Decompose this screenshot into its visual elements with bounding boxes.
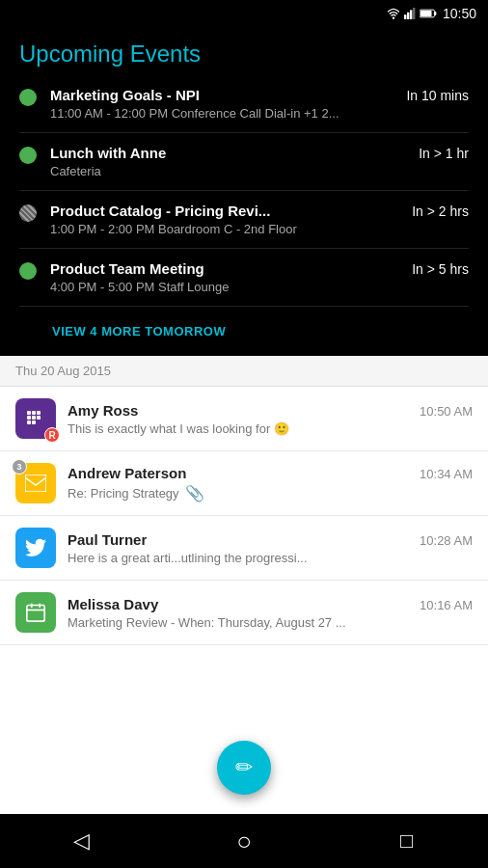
- attachment-icon: 📎: [185, 484, 204, 502]
- message-preview: This is exactly what I was looking for 🙂: [68, 421, 395, 436]
- event-content: Product Catalog - Pricing Revi... In > 2…: [50, 203, 469, 236]
- event-detail: 11:00 AM - 12:00 PM Conference Call Dial…: [50, 106, 469, 121]
- message-timestamp: 10:28 AM: [420, 533, 473, 548]
- svg-rect-15: [32, 420, 36, 424]
- event-time-label: In 10 mins: [406, 88, 469, 103]
- message-item[interactable]: Paul Turner 10:28 AM Here is a great art…: [0, 516, 488, 581]
- navigation-bar: ◁ ○ □: [0, 814, 488, 868]
- back-button[interactable]: ◁: [52, 822, 110, 860]
- event-title: Product Team Meeting: [50, 260, 404, 277]
- event-dot: [19, 147, 37, 164]
- message-body: Melissa Davy 10:16 AM Marketing Review -…: [68, 596, 473, 630]
- svg-rect-1: [404, 14, 406, 19]
- unread-badge: R: [44, 427, 60, 443]
- message-avatar-bb: R: [15, 398, 56, 439]
- event-detail: Cafeteria: [50, 164, 469, 178]
- message-header: Andrew Paterson 10:34 AM: [68, 465, 473, 481]
- message-timestamp: 10:50 AM: [420, 404, 473, 419]
- message-preview-row: Re: Pricing Strategy 📎: [68, 484, 473, 502]
- event-title: Lunch with Anne: [50, 145, 411, 161]
- message-timestamp: 10:16 AM: [420, 598, 473, 612]
- battery-icon: [420, 8, 437, 19]
- svg-rect-14: [27, 420, 31, 424]
- message-preview: Here is a great arti...utlining the prog…: [68, 551, 395, 565]
- status-icons: [387, 8, 437, 19]
- message-sender: Andrew Paterson: [68, 465, 186, 481]
- status-bar: 10:50: [0, 0, 488, 27]
- message-header: Amy Ross 10:50 AM: [68, 402, 473, 419]
- back-icon: ◁: [73, 828, 90, 854]
- message-sender: Paul Turner: [68, 531, 147, 548]
- svg-rect-3: [410, 10, 412, 19]
- message-preview: Re: Pricing Strategy: [68, 486, 179, 501]
- home-icon: ○: [236, 827, 252, 856]
- event-dot: [19, 89, 37, 106]
- event-content: Marketing Goals - NPI In 10 mins 11:00 A…: [50, 87, 469, 121]
- compose-icon: ✏: [235, 755, 253, 780]
- svg-rect-6: [434, 12, 436, 15]
- event-item[interactable]: Product Catalog - Pricing Revi... In > 2…: [19, 191, 469, 249]
- svg-rect-16: [25, 475, 46, 492]
- message-sender: Melissa Davy: [68, 596, 158, 612]
- message-body: Amy Ross 10:50 AM This is exactly what I…: [68, 402, 473, 436]
- message-item[interactable]: 3 Andrew Paterson 10:34 AM Re: Pricing S…: [0, 451, 488, 516]
- event-item[interactable]: Marketing Goals - NPI In 10 mins 11:00 A…: [19, 75, 469, 133]
- event-content: Product Team Meeting In > 5 hrs 4:00 PM …: [50, 260, 469, 294]
- upcoming-events-section: Upcoming Events Marketing Goals - NPI In…: [0, 27, 488, 356]
- event-dot: [19, 204, 37, 222]
- compose-fab[interactable]: ✏: [217, 741, 271, 795]
- svg-rect-11: [32, 416, 36, 420]
- event-header: Product Team Meeting In > 5 hrs: [50, 260, 469, 277]
- message-preview: Marketing Review - When: Thursday, Augus…: [68, 615, 395, 630]
- recents-icon: □: [400, 828, 413, 854]
- event-item[interactable]: Product Team Meeting In > 5 hrs 4:00 PM …: [19, 249, 469, 307]
- svg-rect-8: [27, 411, 31, 415]
- event-detail: 1:00 PM - 2:00 PM Boardroom C - 2nd Floo…: [50, 222, 469, 236]
- message-body: Andrew Paterson 10:34 AM Re: Pricing Str…: [68, 465, 473, 502]
- svg-rect-10: [27, 416, 31, 420]
- recents-button[interactable]: □: [378, 822, 436, 860]
- message-item[interactable]: R Amy Ross 10:50 AM This is exactly what…: [0, 387, 488, 451]
- message-item[interactable]: Melissa Davy 10:16 AM Marketing Review -…: [0, 581, 488, 645]
- message-avatar-email: 3: [15, 463, 56, 503]
- event-dot: [19, 262, 37, 280]
- message-avatar-twitter: [15, 528, 56, 568]
- view-more-button[interactable]: VIEW 4 MORE TOMORROW: [19, 307, 469, 356]
- event-title: Product Catalog - Pricing Revi...: [50, 203, 404, 219]
- event-detail: 4:00 PM - 5:00 PM Staff Lounge: [50, 280, 469, 294]
- svg-point-0: [393, 17, 394, 19]
- svg-rect-7: [420, 11, 432, 16]
- svg-rect-2: [407, 13, 409, 19]
- svg-rect-9: [32, 411, 36, 415]
- svg-rect-12: [37, 411, 41, 415]
- event-time-label: In > 2 hrs: [412, 203, 469, 219]
- event-title: Marketing Goals - NPI: [50, 87, 398, 103]
- event-header: Product Catalog - Pricing Revi... In > 2…: [50, 203, 469, 219]
- message-avatar-calendar: [15, 592, 56, 633]
- event-content: Lunch with Anne In > 1 hr Cafeteria: [50, 145, 469, 178]
- event-time-label: In > 1 hr: [419, 146, 469, 161]
- message-header: Melissa Davy 10:16 AM: [68, 596, 473, 612]
- message-body: Paul Turner 10:28 AM Here is a great art…: [68, 531, 473, 565]
- event-header: Lunch with Anne In > 1 hr: [50, 145, 469, 161]
- signal-icon: [404, 8, 416, 19]
- svg-rect-17: [27, 606, 44, 622]
- svg-rect-13: [37, 416, 41, 420]
- wifi-icon: [387, 8, 400, 19]
- event-time-label: In > 5 hrs: [412, 261, 469, 277]
- home-button[interactable]: ○: [215, 822, 273, 860]
- date-header: Thu 20 Aug 2015: [0, 356, 488, 387]
- message-sender: Amy Ross: [68, 402, 138, 419]
- svg-rect-4: [413, 8, 415, 19]
- status-time: 10:50: [443, 6, 476, 21]
- message-header: Paul Turner 10:28 AM: [68, 531, 473, 548]
- unread-badge: 3: [12, 459, 27, 475]
- upcoming-events-title: Upcoming Events: [19, 41, 469, 68]
- event-header: Marketing Goals - NPI In 10 mins: [50, 87, 469, 103]
- event-item[interactable]: Lunch with Anne In > 1 hr Cafeteria: [19, 133, 469, 191]
- message-timestamp: 10:34 AM: [420, 467, 473, 481]
